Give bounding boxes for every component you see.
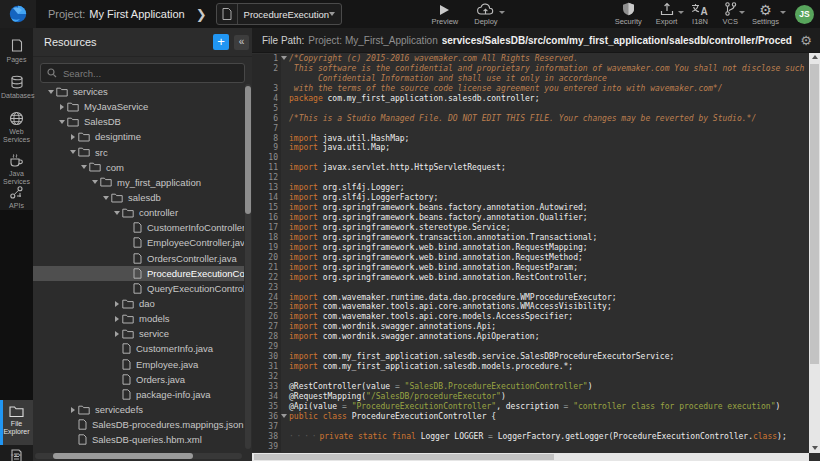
folder-icon xyxy=(122,314,134,324)
tree-item-label: MyJavaService xyxy=(84,101,148,112)
code-line-text: package com.my_first_application.salesdb… xyxy=(281,94,809,104)
search-icon xyxy=(47,68,57,78)
settings-button[interactable]: ⚙ Settings xyxy=(752,2,779,26)
editor-horizontal-scrollbar[interactable] xyxy=(252,453,809,461)
tree-item-salesdb-procedures-mappings-json[interactable]: SalesDB-procedures.mappings.json xyxy=(33,417,244,432)
i18n-button[interactable]: A I18N xyxy=(691,2,708,26)
sidebar-item-pages[interactable]: Pages xyxy=(0,34,33,71)
fold-arrow-icon[interactable] xyxy=(281,414,287,418)
wavemaker-logo[interactable] xyxy=(0,0,36,28)
tree-item-myjavaservice[interactable]: MyJavaService xyxy=(33,99,244,114)
resources-search[interactable] xyxy=(40,63,245,83)
tree-item-controller[interactable]: controller xyxy=(33,205,244,220)
code-content: 1/*Copyright (c) 2015-2016 wavemaker.com… xyxy=(252,54,809,453)
rail-overflow-dots[interactable]: ••• xyxy=(0,450,33,459)
tree-item-label: src xyxy=(95,147,108,158)
sidebar-item-apis[interactable]: APIs xyxy=(0,180,33,215)
tree-horizontal-scrollbar[interactable] xyxy=(35,453,242,459)
tree-item-orders-java[interactable]: Orders.java xyxy=(33,372,244,387)
add-resource-button[interactable]: + xyxy=(213,34,229,50)
tree-item-label: SalesDB-procedures.mappings.json xyxy=(92,419,244,430)
code-line-text: import org.springframework.stereotype.Se… xyxy=(281,223,809,233)
code-line-text: import org.slf4j.Logger; xyxy=(281,183,809,193)
tree-item-my-first-application[interactable]: my_first_application xyxy=(33,175,244,190)
line-number: 10 xyxy=(252,153,281,163)
fold-arrow-icon[interactable] xyxy=(281,56,287,60)
tree-item-servicedefs[interactable]: servicedefs xyxy=(33,402,244,417)
tree-item-employee-java[interactable]: Employee.java xyxy=(33,357,244,372)
caret-open-icon[interactable] xyxy=(67,150,78,154)
tree-item-com[interactable]: com xyxy=(33,160,244,175)
tree-item-service[interactable]: service xyxy=(33,326,244,341)
caret-open-icon[interactable] xyxy=(45,90,56,94)
collapse-panel-button[interactable]: « xyxy=(234,35,249,50)
caret-closed-icon[interactable] xyxy=(67,407,78,413)
export-icon xyxy=(660,2,674,16)
search-input[interactable] xyxy=(61,67,215,80)
line-number: 21 xyxy=(252,263,281,273)
code-line: 24import com.wavemaker.runtime.data.dao.… xyxy=(252,293,809,303)
caret-open-icon[interactable] xyxy=(56,120,67,124)
deploy-button[interactable]: Deploy xyxy=(474,2,497,26)
code-line-text xyxy=(281,124,809,134)
tree-item-customerinfo-java[interactable]: CustomerInfo.java xyxy=(33,341,244,356)
caret-open-icon[interactable] xyxy=(78,165,89,169)
caret-closed-icon[interactable] xyxy=(111,331,122,337)
caret-open-icon[interactable] xyxy=(89,180,100,184)
resources-header: Resources + « xyxy=(33,28,252,57)
tree-item-models[interactable]: models xyxy=(33,311,244,326)
sidebar-item-file-explorer[interactable]: File Explorer xyxy=(0,400,33,445)
tree-item-orderscontroller-java[interactable]: OrdersController.java xyxy=(33,251,244,266)
caret-open-icon[interactable] xyxy=(111,211,122,215)
sidebar-item-databases[interactable]: Databases xyxy=(0,70,33,107)
code-line: 11import javax.servlet.http.HttpServletR… xyxy=(252,163,809,173)
open-file-dropdown[interactable]: ProcedureExecution... xyxy=(216,3,342,25)
tree-item-procedureexecutioncontroller-java[interactable]: ProcedureExecutionController.java xyxy=(33,266,244,281)
tree-item-employeecontroller-java[interactable]: EmployeeController.java xyxy=(33,235,244,250)
caret-closed-icon[interactable] xyxy=(67,134,78,140)
tree-item-salesdb[interactable]: salesdb xyxy=(33,190,244,205)
vcs-caret-icon xyxy=(739,11,745,14)
export-button[interactable]: Export xyxy=(656,2,678,26)
code-line-text: import org.springframework.web.bind.anno… xyxy=(281,273,809,283)
file-path-value: services/SalesDB/src/com/my_first_applic… xyxy=(442,35,793,46)
tree-item-salesdb-queries-hbm-xml[interactable]: SalesDB-queries.hbm.xml xyxy=(33,432,244,447)
preview-play-icon xyxy=(439,2,450,16)
tree-item-src[interactable]: src xyxy=(33,145,244,160)
security-label: Security xyxy=(615,18,642,26)
file-icon xyxy=(133,268,142,279)
tree-item-designtime[interactable]: designtime xyxy=(33,129,244,144)
tree-item-services[interactable]: services xyxy=(33,84,244,99)
security-button[interactable]: Security xyxy=(615,2,642,26)
horizontal-scroll-thumb[interactable] xyxy=(254,454,554,460)
caret-closed-icon[interactable] xyxy=(111,301,122,307)
tree-item-package-info-java[interactable]: package-info.java xyxy=(33,387,244,402)
editor-vertical-scrollbar[interactable] xyxy=(809,52,820,453)
code-line: 28import com.wordnik.swagger.annotations… xyxy=(252,332,809,342)
line-number: 15 xyxy=(252,203,281,213)
code-line: 20import org.springframework.web.bind.an… xyxy=(252,253,809,263)
tree-item-label: services xyxy=(73,86,108,97)
code-line-text: /*Copyright (c) 2015-2016 wavemaker.com … xyxy=(281,54,809,64)
tree-item-salesdb[interactable]: SalesDB xyxy=(33,114,244,129)
preview-button[interactable]: Preview xyxy=(432,2,459,26)
tree-item-queryexecutioncontroller-java[interactable]: QueryExecutionController.java xyxy=(33,281,244,296)
scroll-down-arrow-icon[interactable] xyxy=(812,446,818,450)
user-avatar[interactable]: JS xyxy=(795,5,814,24)
tree-item-dao[interactable]: dao xyxy=(33,296,244,311)
code-line-text: This software is the confidential and pr… xyxy=(281,64,809,74)
sidebar-item-web-services[interactable]: Web Services xyxy=(0,106,33,151)
file-icon xyxy=(78,434,87,445)
vcs-button[interactable]: VCS xyxy=(722,2,737,26)
tree-vertical-scrollbar[interactable] xyxy=(245,84,251,449)
caret-closed-icon[interactable] xyxy=(111,316,122,322)
tree-item-label: dao xyxy=(139,298,155,309)
vertical-scroll-thumb[interactable] xyxy=(810,64,819,364)
caret-closed-icon[interactable] xyxy=(56,104,67,110)
code-editor[interactable]: 1/*Copyright (c) 2015-2016 wavemaker.com… xyxy=(252,52,820,461)
editor-settings-gear-icon[interactable]: ⚙ xyxy=(800,33,812,48)
caret-open-icon[interactable] xyxy=(100,196,111,200)
scroll-up-arrow-icon[interactable] xyxy=(812,55,818,59)
code-line: 6/*This is a Studio Managed File. DO NOT… xyxy=(252,114,809,124)
tree-item-customerinfocontroller-java[interactable]: CustomerInfoController.java xyxy=(33,220,244,235)
